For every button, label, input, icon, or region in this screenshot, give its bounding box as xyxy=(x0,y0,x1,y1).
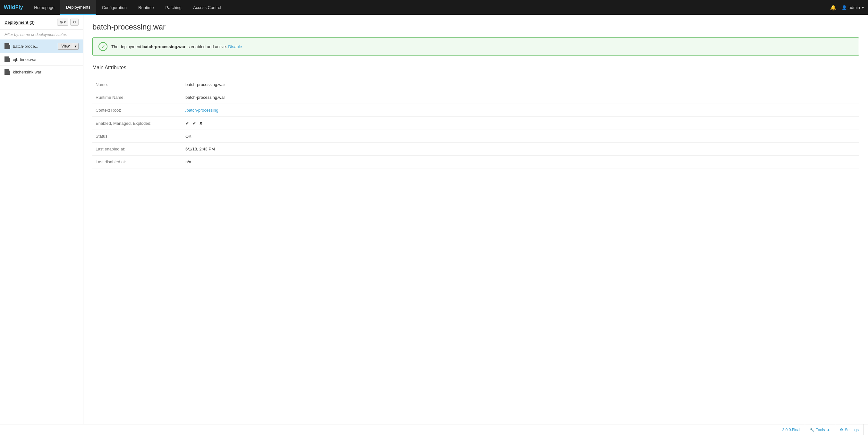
attr-value-name: batch-processing.war xyxy=(182,78,859,91)
settings-button[interactable]: ⚙ Settings xyxy=(835,425,864,435)
user-icon: 👤 xyxy=(842,5,847,10)
attr-value-flags: ✔ ✔ ✘ xyxy=(182,117,859,130)
status-suffix: is enabled and active. xyxy=(185,44,227,49)
table-row: Name: batch-processing.war xyxy=(92,78,859,91)
nav-left: WildFly Homepage Deployments Configurati… xyxy=(4,0,227,15)
view-btn-group: View ▾ xyxy=(58,43,79,50)
sidebar-item-ejb[interactable]: ejb-timer.war xyxy=(0,53,83,66)
table-row: Runtime Name: batch-processing.war xyxy=(92,91,859,104)
status-ok-icon: ✓ xyxy=(98,42,107,51)
sidebar-header: Deployment (3) ⊕ ▾ ↻ xyxy=(0,15,83,30)
attr-label-last-enabled: Last enabled at: xyxy=(92,143,182,156)
nav-right: 🔔 👤 admin ▾ xyxy=(830,4,864,10)
user-chevron-icon: ▾ xyxy=(862,5,864,10)
tools-button[interactable]: 🔧 Tools ▲ xyxy=(805,425,835,435)
table-row: Context Root: /batch-processing xyxy=(92,104,859,117)
nav-runtime[interactable]: Runtime xyxy=(132,0,159,15)
context-root-link[interactable]: /batch-processing xyxy=(185,108,218,113)
attr-value-last-enabled: 6/1/18, 2:43 PM xyxy=(182,143,859,156)
sidebar: Deployment (3) ⊕ ▾ ↻ Filter by: name or … xyxy=(0,15,84,424)
settings-icon: ⚙ xyxy=(840,428,843,432)
sidebar-item-kitchensink[interactable]: kitchensink.war xyxy=(0,66,83,78)
main-layout: Deployment (3) ⊕ ▾ ↻ Filter by: name or … xyxy=(0,15,868,424)
nav-patching[interactable]: Patching xyxy=(159,0,187,15)
bell-icon[interactable]: 🔔 xyxy=(830,4,837,10)
attr-label-runtime: Runtime Name: xyxy=(92,91,182,104)
managed-checkmark-icon: ✔ xyxy=(192,121,196,126)
add-icon: ⊕ xyxy=(60,20,63,24)
nav-deployments[interactable]: Deployments xyxy=(60,0,96,15)
nav-homepage[interactable]: Homepage xyxy=(28,0,60,15)
attr-value-context: /batch-processing xyxy=(182,104,859,117)
top-nav-bar: WildFly Homepage Deployments Configurati… xyxy=(0,0,868,15)
table-row: Status: OK xyxy=(92,130,859,143)
footer: 3.0.0.Final 🔧 Tools ▲ ⚙ Settings xyxy=(0,424,868,435)
user-menu[interactable]: 👤 admin ▾ xyxy=(842,5,864,10)
table-row: Last enabled at: 6/1/18, 2:43 PM xyxy=(92,143,859,156)
exploded-cross-icon: ✘ xyxy=(199,121,203,126)
view-dropdown-button[interactable]: ▾ xyxy=(73,43,79,50)
refresh-icon: ↻ xyxy=(73,20,76,24)
brand-wild: Wild xyxy=(4,4,16,10)
sidebar-item-batch[interactable]: batch-proce... View ▾ xyxy=(0,39,83,53)
refresh-button[interactable]: ↻ xyxy=(70,19,79,26)
status-prefix: The deployment xyxy=(111,44,143,49)
file-icon xyxy=(4,43,10,49)
brand-fly: Fly xyxy=(16,4,23,10)
sidebar-item-batch-name: batch-proce... xyxy=(13,44,38,49)
sidebar-list: batch-proce... View ▾ ejb-timer.war kitc xyxy=(0,39,83,424)
sidebar-item-kitchensink-left: kitchensink.war xyxy=(4,69,41,75)
attr-label-status: Status: xyxy=(92,130,182,143)
status-deployment-name: batch-processing.war xyxy=(143,44,185,49)
attr-label-flags: Enabled, Managed, Exploded: xyxy=(92,117,182,130)
sidebar-item-ejb-left: ejb-timer.war xyxy=(4,57,37,62)
nav-configuration[interactable]: Configuration xyxy=(96,0,132,15)
tools-chevron-icon: ▲ xyxy=(827,428,831,432)
add-deployment-button[interactable]: ⊕ ▾ xyxy=(57,19,68,26)
attributes-table: Name: batch-processing.war Runtime Name:… xyxy=(92,78,859,168)
disable-link[interactable]: Disable xyxy=(228,44,242,49)
brand-logo: WildFly xyxy=(4,4,23,10)
footer-version: 3.0.0.Final xyxy=(778,425,805,435)
status-banner: ✓ The deployment batch-processing.war is… xyxy=(92,37,859,56)
sidebar-header-actions: ⊕ ▾ ↻ xyxy=(57,19,79,26)
content-area: batch-processing.war ✓ The deployment ba… xyxy=(84,15,868,424)
enabled-checkmark-icon: ✔ xyxy=(185,121,189,126)
status-text: The deployment batch-processing.war is e… xyxy=(111,44,242,49)
sidebar-item-ejb-name: ejb-timer.war xyxy=(13,57,37,62)
tools-label: Tools xyxy=(816,428,825,432)
table-row: Last disabled at: n/a xyxy=(92,156,859,168)
settings-label: Settings xyxy=(845,428,859,432)
attr-label-last-disabled: Last disabled at: xyxy=(92,156,182,168)
user-label: admin xyxy=(849,5,860,10)
attr-value-last-disabled: n/a xyxy=(182,156,859,168)
attr-value-status: OK xyxy=(182,130,859,143)
file-icon xyxy=(4,57,10,62)
page-title: batch-processing.war xyxy=(92,23,859,31)
sidebar-title[interactable]: Deployment (3) xyxy=(4,20,35,25)
table-row: Enabled, Managed, Exploded: ✔ ✔ ✘ xyxy=(92,117,859,130)
filter-placeholder: Filter by: name or deployment status xyxy=(0,30,83,39)
nav-access-control[interactable]: Access Control xyxy=(187,0,227,15)
view-button[interactable]: View xyxy=(58,43,73,50)
sidebar-item-kitchensink-name: kitchensink.war xyxy=(13,70,41,74)
sidebar-item-batch-left: batch-proce... xyxy=(4,43,38,49)
attr-label-context: Context Root: xyxy=(92,104,182,117)
add-chevron-icon: ▾ xyxy=(64,20,66,24)
tools-icon: 🔧 xyxy=(810,428,814,432)
section-title: Main Attributes xyxy=(92,65,859,73)
attr-value-runtime: batch-processing.war xyxy=(182,91,859,104)
attr-label-name: Name: xyxy=(92,78,182,91)
file-icon xyxy=(4,69,10,75)
